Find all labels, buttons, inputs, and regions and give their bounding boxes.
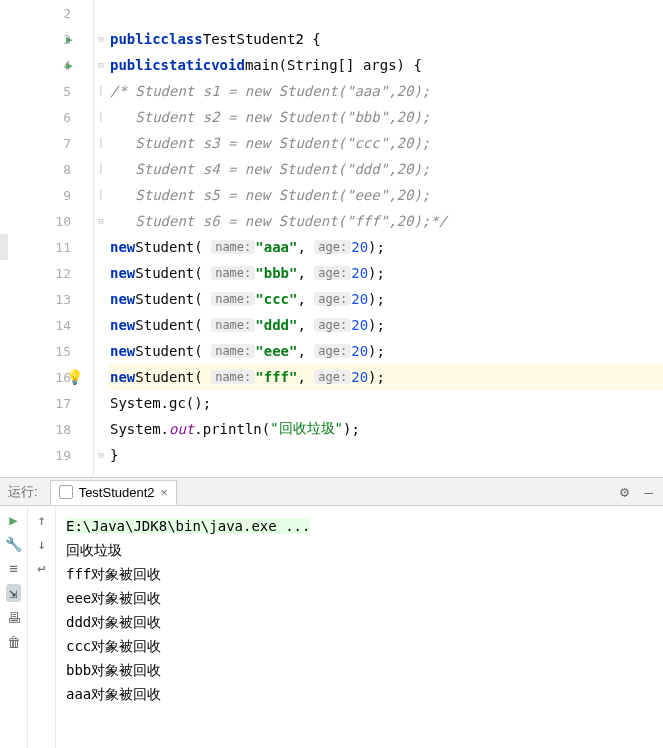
code-line: Student s5 = new Student("eee",20);	[108, 182, 663, 208]
console-line: aaa对象被回收	[66, 682, 653, 706]
code-editor[interactable]: public class TestStudent2 { public stati…	[108, 0, 663, 477]
code-line: new Student( name: "ccc", age: 20);	[108, 286, 663, 312]
line-number: 17	[55, 396, 71, 411]
code-line	[108, 0, 663, 26]
run-tab[interactable]: TestStudent2 ×	[50, 480, 177, 505]
fold-column: ⊟ ⊟ │││ ││ ⊟ ⊟	[94, 0, 108, 477]
console-line: bbb对象被回收	[66, 658, 653, 682]
line-number: 8	[63, 162, 71, 177]
parameter-hint: age:	[314, 240, 351, 254]
wrench-icon[interactable]: 🔧	[5, 536, 22, 552]
code-line: Student s4 = new Student("ddd",20);	[108, 156, 663, 182]
line-number: 9	[63, 188, 71, 203]
intention-bulb-icon[interactable]: 💡	[66, 369, 83, 385]
gutter: 2 3▶ 4▶ 5 6 7 8 9 10 11 12 13 14 15 16💡 …	[8, 0, 94, 477]
code-line: }	[108, 442, 663, 468]
change-stripe	[0, 0, 8, 477]
parameter-hint: age:	[314, 292, 351, 306]
run-tab-label: TestStudent2	[79, 485, 155, 500]
code-line: new Student( name: "ddd", age: 20);	[108, 312, 663, 338]
run-toolbar-arrows: ↑ ↓ ↩	[28, 506, 56, 748]
code-line: Student s3 = new Student("ccc",20);	[108, 130, 663, 156]
console-line: ccc对象被回收	[66, 634, 653, 658]
run-panel-title: 运行:	[0, 483, 46, 501]
line-number: 15	[55, 344, 71, 359]
close-icon[interactable]: ×	[161, 485, 169, 500]
code-line: new Student( name: "fff", age: 20);	[108, 364, 663, 390]
editor-area: 2 3▶ 4▶ 5 6 7 8 9 10 11 12 13 14 15 16💡 …	[0, 0, 663, 478]
line-number: 19	[55, 448, 71, 463]
code-line: new Student( name: "aaa", age: 20);	[108, 234, 663, 260]
parameter-hint: name:	[211, 240, 255, 254]
line-number: 5	[63, 84, 71, 99]
line-number: 14	[55, 318, 71, 333]
line-number: 2	[63, 6, 71, 21]
print-icon[interactable]: 🖶	[7, 610, 21, 626]
console-line: ddd对象被回收	[66, 610, 653, 634]
run-gutter-icon[interactable]: ▶	[66, 33, 73, 46]
line-number: 11	[55, 240, 71, 255]
line-number: 18	[55, 422, 71, 437]
parameter-hint: name:	[211, 370, 255, 384]
parameter-hint: age:	[314, 266, 351, 280]
line-number: 10	[55, 214, 71, 229]
parameter-hint: age:	[314, 370, 351, 384]
code-line: Student s6 = new Student("fff",20);*/	[108, 208, 663, 234]
console-line: 回收垃圾	[66, 538, 653, 562]
line-number: 13	[55, 292, 71, 307]
down-icon[interactable]: ↓	[37, 536, 45, 552]
code-line: System.out.println("回收垃圾");	[108, 416, 663, 442]
console-line: fff对象被回收	[66, 562, 653, 586]
parameter-hint: name:	[211, 344, 255, 358]
trash-icon[interactable]: 🗑	[7, 634, 21, 650]
run-panel-header: 运行: TestStudent2 × ⚙ —	[0, 478, 663, 506]
minimize-icon[interactable]: —	[645, 484, 653, 500]
code-line: new Student( name: "eee", age: 20);	[108, 338, 663, 364]
code-line: Student s2 = new Student("bbb",20);	[108, 104, 663, 130]
application-icon	[59, 485, 73, 499]
gear-icon[interactable]: ⚙	[620, 483, 629, 501]
code-line: public class TestStudent2 {	[108, 26, 663, 52]
fold-end-icon[interactable]: ⊟	[94, 208, 108, 234]
scroll-to-end-icon[interactable]: ⇲	[6, 584, 20, 602]
parameter-hint: age:	[314, 344, 351, 358]
soft-wrap-icon[interactable]: ↩	[37, 560, 45, 576]
line-number: 12	[55, 266, 71, 281]
parameter-hint: name:	[211, 292, 255, 306]
parameter-hint: name:	[211, 318, 255, 332]
run-toolbar-left: ▶ 🔧 ≡ ⇲ 🖶 🗑	[0, 506, 28, 748]
code-line: System.gc();	[108, 390, 663, 416]
fold-toggle-icon[interactable]: ⊟	[94, 52, 108, 78]
collapse-icon[interactable]: ≡	[9, 560, 17, 576]
line-number: 7	[63, 136, 71, 151]
code-line: /* Student s1 = new Student("aaa",20);	[108, 78, 663, 104]
run-gutter-icon[interactable]: ▶	[66, 59, 73, 72]
console-output[interactable]: E:\Java\JDK8\bin\java.exe ... 回收垃圾 fff对象…	[56, 506, 663, 748]
rerun-icon[interactable]: ▶	[9, 512, 17, 528]
run-panel: 运行: TestStudent2 × ⚙ — ▶ 🔧 ≡ ⇲ 🖶 🗑 ↑ ↓ ↩…	[0, 478, 663, 748]
code-line: new Student( name: "bbb", age: 20);	[108, 260, 663, 286]
code-line: public static void main(String[] args) {	[108, 52, 663, 78]
fold-end-icon[interactable]: ⊟	[94, 442, 108, 468]
parameter-hint: age:	[314, 318, 351, 332]
parameter-hint: name:	[211, 266, 255, 280]
fold-toggle-icon[interactable]: ⊟	[94, 26, 108, 52]
console-line: eee对象被回收	[66, 586, 653, 610]
console-command-line: E:\Java\JDK8\bin\java.exe ...	[66, 514, 653, 538]
line-number: 6	[63, 110, 71, 125]
up-icon[interactable]: ↑	[37, 512, 45, 528]
